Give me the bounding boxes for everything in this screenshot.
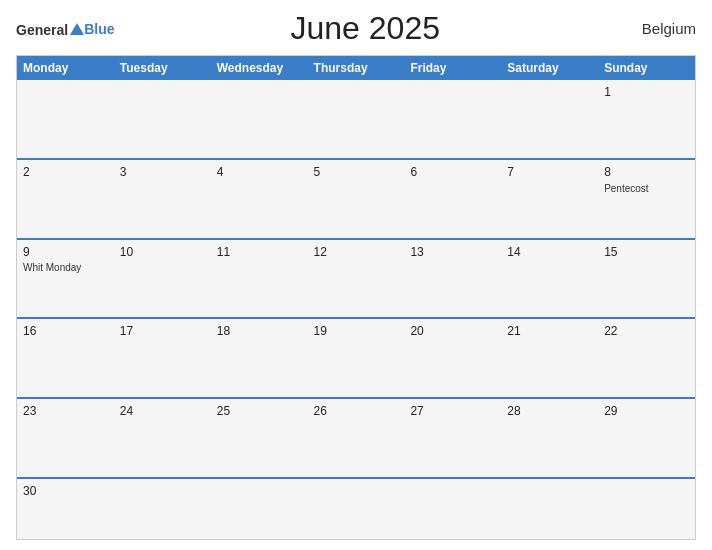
- day-header-sunday: Sunday: [598, 56, 695, 80]
- day-cell-w5-d2: [211, 479, 308, 539]
- day-cell-w0-d6: 1: [598, 80, 695, 158]
- header: General Blue June 2025 Belgium: [16, 10, 696, 47]
- day-header-thursday: Thursday: [308, 56, 405, 80]
- day-cell-w2-d3: 12: [308, 240, 405, 318]
- day-header-wednesday: Wednesday: [211, 56, 308, 80]
- day-cell-w1-d1: 3: [114, 160, 211, 238]
- day-number: 25: [217, 403, 302, 420]
- day-cell-w3-d4: 20: [404, 319, 501, 397]
- day-cell-w4-d3: 26: [308, 399, 405, 477]
- day-cell-w3-d3: 19: [308, 319, 405, 397]
- day-cell-w4-d2: 25: [211, 399, 308, 477]
- day-cell-w3-d1: 17: [114, 319, 211, 397]
- day-number: 21: [507, 323, 592, 340]
- day-number: 22: [604, 323, 689, 340]
- day-cell-w5-d0: 30: [17, 479, 114, 539]
- day-cell-w3-d0: 16: [17, 319, 114, 397]
- logo: General Blue: [16, 20, 114, 38]
- day-cell-w0-d5: [501, 80, 598, 158]
- day-number: 11: [217, 244, 302, 261]
- day-number: 18: [217, 323, 302, 340]
- week-row-4: 23242526272829: [17, 397, 695, 477]
- day-number: 19: [314, 323, 399, 340]
- day-number: 26: [314, 403, 399, 420]
- day-number: 15: [604, 244, 689, 261]
- logo-blue-text: Blue: [84, 21, 114, 37]
- day-number: 3: [120, 164, 205, 181]
- day-number: 30: [23, 483, 108, 500]
- day-header-monday: Monday: [17, 56, 114, 80]
- week-row-0: 1: [17, 80, 695, 158]
- day-cell-w4-d0: 23: [17, 399, 114, 477]
- day-header-tuesday: Tuesday: [114, 56, 211, 80]
- day-cell-w0-d0: [17, 80, 114, 158]
- day-event-label: Whit Monday: [23, 262, 108, 273]
- day-number: 1: [604, 84, 689, 101]
- day-cell-w5-d1: [114, 479, 211, 539]
- day-number: 14: [507, 244, 592, 261]
- day-number: 7: [507, 164, 592, 181]
- day-cell-w3-d6: 22: [598, 319, 695, 397]
- day-cell-w0-d4: [404, 80, 501, 158]
- country-label: Belgium: [616, 20, 696, 37]
- day-cell-w1-d2: 4: [211, 160, 308, 238]
- day-cell-w1-d0: 2: [17, 160, 114, 238]
- day-number: 9: [23, 244, 108, 261]
- day-number: 27: [410, 403, 495, 420]
- day-cell-w4-d1: 24: [114, 399, 211, 477]
- day-cell-w4-d6: 29: [598, 399, 695, 477]
- week-row-1: 2345678Pentecost: [17, 158, 695, 238]
- day-number: 28: [507, 403, 592, 420]
- day-number: 5: [314, 164, 399, 181]
- calendar-title: June 2025: [114, 10, 616, 47]
- day-cell-w1-d5: 7: [501, 160, 598, 238]
- day-cell-w0-d2: [211, 80, 308, 158]
- day-cell-w1-d4: 6: [404, 160, 501, 238]
- day-cell-w3-d5: 21: [501, 319, 598, 397]
- day-number: 8: [604, 164, 689, 181]
- day-number: 17: [120, 323, 205, 340]
- week-row-2: 9Whit Monday101112131415: [17, 238, 695, 318]
- day-number: 2: [23, 164, 108, 181]
- day-number: 16: [23, 323, 108, 340]
- day-cell-w0-d3: [308, 80, 405, 158]
- calendar-page: General Blue June 2025 Belgium Monday Tu…: [0, 0, 712, 550]
- day-cell-w1-d3: 5: [308, 160, 405, 238]
- days-header: Monday Tuesday Wednesday Thursday Friday…: [17, 56, 695, 80]
- day-cell-w4-d4: 27: [404, 399, 501, 477]
- weeks-container: 12345678Pentecost9Whit Monday10111213141…: [17, 80, 695, 539]
- day-cell-w2-d4: 13: [404, 240, 501, 318]
- day-cell-w2-d0: 9Whit Monday: [17, 240, 114, 318]
- day-header-friday: Friday: [404, 56, 501, 80]
- logo-general-text: General: [16, 22, 68, 38]
- day-number: 13: [410, 244, 495, 261]
- day-cell-w2-d1: 10: [114, 240, 211, 318]
- day-cell-w4-d5: 28: [501, 399, 598, 477]
- day-number: 10: [120, 244, 205, 261]
- day-cell-w3-d2: 18: [211, 319, 308, 397]
- day-cell-w2-d5: 14: [501, 240, 598, 318]
- day-header-saturday: Saturday: [501, 56, 598, 80]
- day-number: 20: [410, 323, 495, 340]
- day-cell-w5-d4: [404, 479, 501, 539]
- day-number: 4: [217, 164, 302, 181]
- day-number: 29: [604, 403, 689, 420]
- day-number: 24: [120, 403, 205, 420]
- day-number: 23: [23, 403, 108, 420]
- day-cell-w1-d6: 8Pentecost: [598, 160, 695, 238]
- day-cell-w2-d6: 15: [598, 240, 695, 318]
- day-cell-w5-d5: [501, 479, 598, 539]
- calendar-grid: Monday Tuesday Wednesday Thursday Friday…: [16, 55, 696, 540]
- day-cell-w2-d2: 11: [211, 240, 308, 318]
- logo-triangle-icon: [70, 23, 84, 35]
- day-number: 6: [410, 164, 495, 181]
- day-cell-w5-d6: [598, 479, 695, 539]
- day-cell-w0-d1: [114, 80, 211, 158]
- day-event-label: Pentecost: [604, 183, 689, 194]
- day-cell-w5-d3: [308, 479, 405, 539]
- week-row-5: 30: [17, 477, 695, 539]
- day-number: 12: [314, 244, 399, 261]
- week-row-3: 16171819202122: [17, 317, 695, 397]
